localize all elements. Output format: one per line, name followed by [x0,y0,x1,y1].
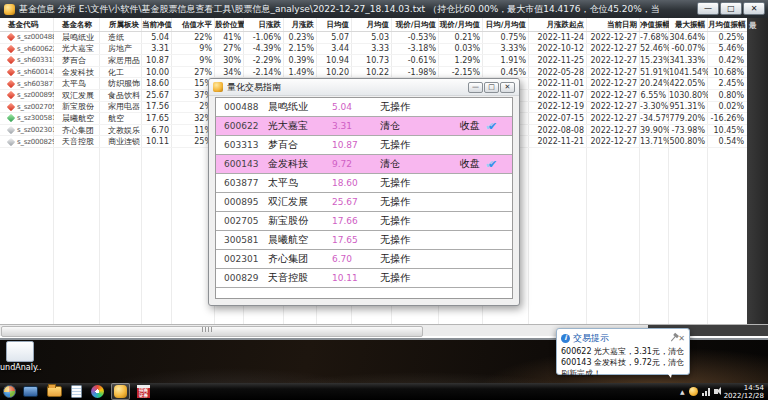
month-avg-amplitude: 0.02% [708,102,747,111]
stock-name: 梦百合 [268,138,332,152]
rating-gem-icon [7,56,15,64]
month-avg-amplitude: 0.80% [708,91,747,100]
column-header[interactable]: 现价/月均值 [439,20,483,30]
trade-advice-row[interactable]: 600143 金发科技 9.72 清仓 收盘 ✔ [216,155,512,174]
price-over-month-avg: -2.15% [439,68,483,77]
column-header[interactable]: 日均/月均值 [483,20,529,30]
tray-time: 14:54 [724,384,764,392]
current-date: 2022-12-27 [587,137,640,146]
window-titlebar[interactable]: 基金信息 分析 E:\文件\小软件\基金股票信息查看工具\股票信息_analys… [0,0,768,18]
stock-price: 17.66 [332,216,380,226]
rating-gem-icon [7,33,15,41]
taskbar-item-notepad[interactable] [69,384,84,399]
trade-advice-row[interactable]: 000895 双汇发展 25.67 无操作 ✔ [216,193,512,212]
column-header[interactable]: 股价位置 [215,20,244,30]
current-date: 2022-12-27 [587,33,640,42]
nav-value: 17.65 [142,114,172,123]
stock-code: 300581 [224,235,268,245]
network-signal-icon[interactable] [702,388,710,396]
column-header[interactable]: 月涨跌起点 [529,20,587,30]
table-row[interactable]: s_sz000488 晨鸣纸业 造纸 5.04 22% 41% -1.06% 0… [0,32,747,44]
volume-icon[interactable] [714,389,718,394]
taskbar-item-fund-app[interactable] [111,383,130,400]
month-average: 5.03 [352,33,392,42]
tray-clock[interactable]: 14:54 2022/12/28 [724,384,764,400]
price-position: 41% [215,33,244,42]
start-button[interactable] [3,385,16,398]
taskbar-item-media[interactable] [89,384,106,399]
trade-advice-row[interactable]: 300581 晨曦航空 17.65 无操作 ✔ [216,231,512,250]
trade-advice-row[interactable]: 000829 天音控股 10.11 无操作 ✔ [216,269,512,288]
day-over-month-avg: 0.75% [483,33,529,42]
confirm-check-icon[interactable]: ✔ [488,158,512,171]
trade-advice-row[interactable]: 600622 光大嘉宝 3.31 清仓 收盘 ✔ [216,117,512,136]
column-header[interactable]: 月均值振幅 [708,20,747,30]
stock-price: 5.04 [332,102,380,112]
fund-app-icon [114,385,127,398]
balloon-title-row: i 交易提示 ✕ [557,329,689,346]
fund-code-cell: s_sh603313 [0,56,54,64]
column-header[interactable]: 日均值 [317,20,352,30]
column-header[interactable]: 所属板块 [100,20,142,30]
scrollbar-track[interactable] [0,325,648,336]
current-date: 2022-12-27 [587,68,640,77]
column-header[interactable]: 当前净值 [142,20,172,30]
desktop-shortcut-icon[interactable] [6,341,34,362]
column-header[interactable]: 当前日期 [587,20,640,30]
month-avg-amplitude: 5.46% [708,44,747,53]
nav-value: 10.00 [142,68,172,77]
balloon-close-icon[interactable]: ✕ [678,335,685,343]
table-row[interactable]: s_sh600143 金发科技 化工 10.00 27% 34% -2.14% … [0,67,747,79]
dialog-maximize-button[interactable]: □ [484,82,499,93]
maximize-button[interactable]: □ [720,2,742,15]
column-header[interactable]: 现价/日均值 [392,20,439,30]
dialog-minimize-button[interactable]: — [468,82,483,93]
fund-code: s_sz000488 [17,33,54,41]
fund-sector: 房地产 [100,43,142,54]
confirm-check-icon[interactable]: ✔ [488,120,512,133]
day-over-month-avg: 0.45% [483,68,529,77]
fund-code-cell: s_sz002301 [0,126,54,134]
stock-name: 天音控股 [268,271,332,285]
fund-sector: 家居用品 [100,55,142,66]
max-amplitude: 422.05% [669,79,708,88]
trade-advice-row[interactable]: 002301 齐心集团 6.70 无操作 ✔ [216,250,512,269]
month-change-start-date: 2022-07-15 [529,114,587,123]
column-header[interactable]: 净值振幅 [640,20,669,30]
month-change: 0.23% [284,33,317,42]
table-row[interactable]: s_sh600622 光大嘉宝 房地产 3.31 9% 27% -4.39% 2… [0,44,747,56]
stock-code: 000895 [224,197,268,207]
column-header[interactable]: 估值水平 [172,20,215,30]
taskbar-item-computer[interactable] [21,384,40,399]
trade-advice-row[interactable]: 000488 晨鸣纸业 5.04 无操作 ✔ [216,98,512,117]
column-header[interactable]: 基金代码 [0,20,54,30]
trade-advice-row[interactable]: 603877 太平鸟 18.60 无操作 ✔ [216,174,512,193]
column-header[interactable]: 月均值 [352,20,392,30]
taskbar-item-broker[interactable]: 招商证券 [135,384,152,399]
trade-advice-row[interactable]: 603313 梦百合 10.87 无操作 ✔ [216,136,512,155]
table-row[interactable]: s_sh603313 梦百合 家居用品 10.87 9% 30% -2.29% … [0,55,747,67]
dialog-app-icon [213,82,223,92]
window-title: 基金信息 分析 E:\文件\小软件\基金股票信息查看工具\股票信息_analys… [19,3,659,16]
tray-app-icon[interactable] [689,387,698,396]
balloon-title: 交易提示 [573,332,609,345]
column-header[interactable]: 日涨跌 [244,20,284,30]
rating-gem-icon [7,91,15,99]
tray-expand-icon[interactable]: ▲ [680,388,685,395]
minimize-button[interactable]: — [697,2,719,15]
taskbar-item-explorer[interactable] [45,384,64,399]
fund-code-cell: s_sz000829 [0,138,54,146]
dialog-close-button[interactable]: ✕ [500,82,515,93]
dialog-titlebar[interactable]: 量化交易指南 — □ ✕ [209,79,519,96]
max-amplitude: 341.33% [669,56,708,65]
close-button[interactable]: ✕ [743,2,765,15]
column-header[interactable]: 基金名称 [54,20,100,30]
trade-advice-row[interactable]: 002705 新宝股份 17.66 无操作 ✔ [216,212,512,231]
pin-icon[interactable] [671,335,676,341]
fund-code-cell: s_sh603877 [0,80,54,88]
column-header[interactable]: 最大振幅 [669,20,708,30]
valuation-level: 27% [172,68,215,77]
nav-amplitude: 15.23% [640,56,669,65]
max-amplitude: 500.80% [669,137,708,146]
column-header[interactable]: 月涨跌 [284,20,317,30]
